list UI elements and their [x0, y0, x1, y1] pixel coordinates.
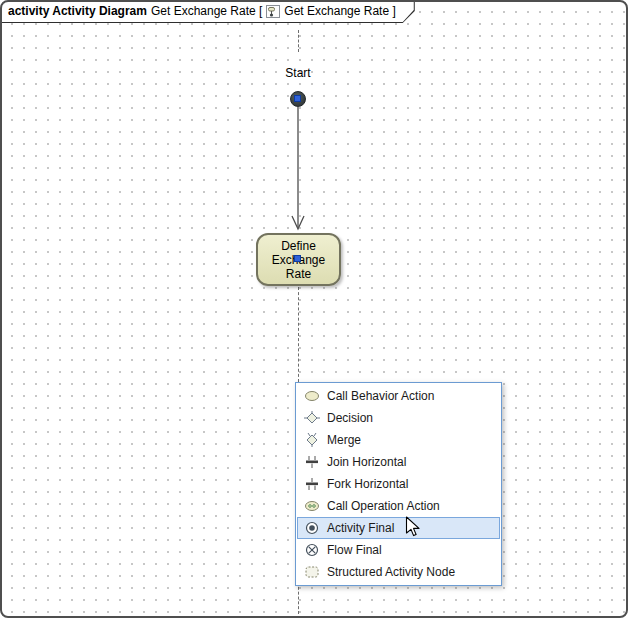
menu-item-flow-final[interactable]: Flow Final	[297, 539, 500, 561]
dashed-path-middle	[298, 287, 299, 382]
menu-item-label: Merge	[327, 433, 361, 447]
menu-item-fork-horizontal[interactable]: Fork Horizontal	[297, 473, 500, 495]
menu-item-call-operation-action[interactable]: Call Operation Action	[297, 495, 500, 517]
menu-item-decision[interactable]: Decision	[297, 407, 500, 429]
decision-icon	[303, 411, 320, 426]
menu-item-structured-activity-node[interactable]: Structured Activity Node	[297, 561, 500, 583]
frame-ref-label: Get Exchange Rate ]	[284, 4, 395, 18]
join-horizontal-icon	[303, 455, 320, 470]
frame-header[interactable]: activity Activity Diagram Get Exchange R…	[2, 2, 415, 23]
fork-horizontal-icon	[303, 477, 320, 492]
menu-item-label: Fork Horizontal	[327, 477, 408, 491]
structured-activity-node-icon	[303, 565, 320, 580]
frame-kind-label: activity Activity Diagram	[8, 4, 147, 18]
activity-final-icon	[303, 521, 320, 536]
flow-final-icon	[303, 543, 320, 558]
selection-handle-initial[interactable]	[294, 95, 301, 102]
initial-node-label[interactable]: Start	[268, 66, 328, 80]
selection-handle-action[interactable]	[294, 255, 301, 262]
menu-item-activity-final[interactable]: Activity Final	[297, 517, 500, 539]
diagram-canvas[interactable]: activity Activity Diagram Get Exchange R…	[0, 0, 628, 618]
action-node-label-line1: Define	[281, 239, 316, 253]
menu-item-label: Structured Activity Node	[327, 565, 455, 579]
mouse-cursor-icon	[405, 516, 420, 537]
call-operation-action-icon	[303, 499, 320, 514]
menu-item-label: Flow Final	[327, 543, 382, 557]
menu-item-label: Call Operation Action	[327, 499, 440, 513]
merge-icon	[303, 433, 320, 448]
menu-item-label: Decision	[327, 411, 373, 425]
action-node-label-line3: Rate	[286, 267, 311, 281]
dashed-path-top	[298, 30, 299, 52]
dashed-path-bottom	[298, 582, 299, 614]
menu-item-label: Join Horizontal	[327, 455, 406, 469]
menu-item-label: Activity Final	[327, 521, 394, 535]
diagram-icon	[266, 5, 280, 18]
menu-item-label: Call Behavior Action	[327, 389, 434, 403]
menu-item-join-horizontal[interactable]: Join Horizontal	[297, 451, 500, 473]
frame-name-label: Get Exchange Rate [	[151, 4, 262, 18]
element-type-context-menu: Call Behavior Action Decision	[295, 382, 502, 586]
control-flow-edge[interactable]	[286, 107, 310, 235]
menu-item-merge[interactable]: Merge	[297, 429, 500, 451]
call-behavior-action-icon	[303, 389, 320, 404]
menu-item-call-behavior-action[interactable]: Call Behavior Action	[297, 385, 500, 407]
